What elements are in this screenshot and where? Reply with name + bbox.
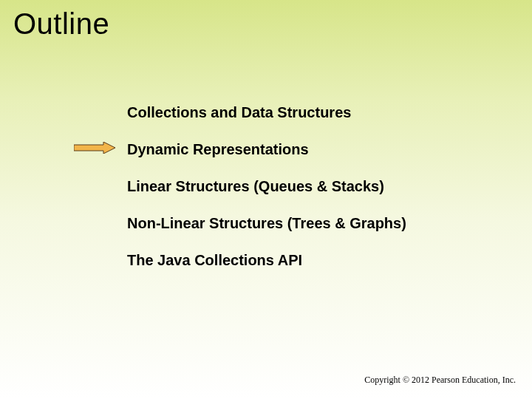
outline-list: Collections and Data Structures Dynamic … [127,103,406,288]
slide: Outline Collections and Data Structures … [0,0,532,399]
page-title: Outline [13,7,109,41]
outline-item: The Java Collections API [127,251,406,269]
outline-item: Non-Linear Structures (Trees & Graphs) [127,214,406,232]
outline-item: Dynamic Representations [127,140,406,158]
outline-item: Linear Structures (Queues & Stacks) [127,177,406,195]
pointer-arrow-icon [74,142,115,154]
copyright-footer: Copyright © 2012 Pearson Education, Inc. [364,375,516,386]
outline-item: Collections and Data Structures [127,103,406,121]
svg-marker-0 [74,142,115,154]
